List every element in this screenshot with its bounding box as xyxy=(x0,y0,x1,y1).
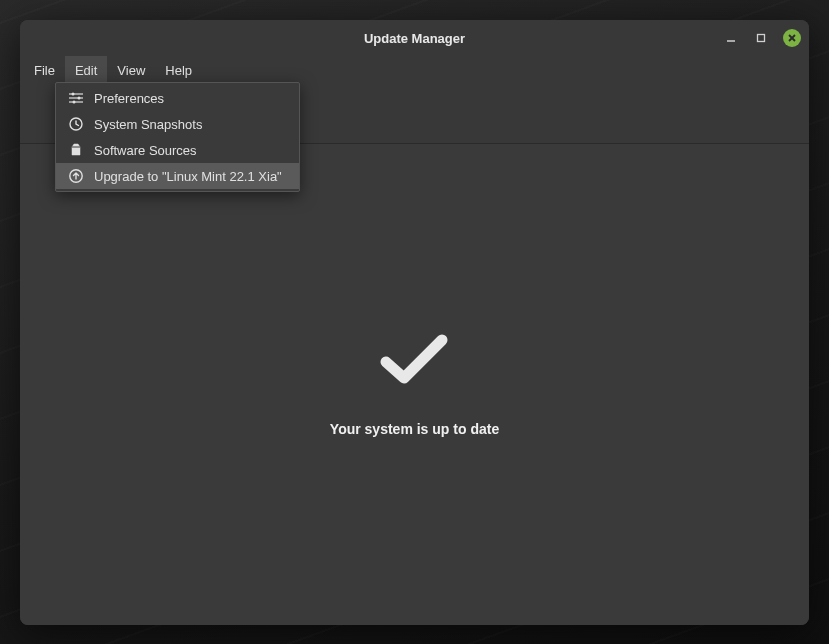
menu-view[interactable]: View xyxy=(107,56,155,84)
window-title: Update Manager xyxy=(364,31,465,46)
menu-item-snapshots[interactable]: System Snapshots xyxy=(56,111,299,137)
upgrade-icon xyxy=(68,168,84,184)
close-icon xyxy=(787,33,797,43)
content-area: Your system is up to date xyxy=(20,144,809,625)
menu-file[interactable]: File xyxy=(24,56,65,84)
minimize-button[interactable] xyxy=(723,30,739,46)
titlebar[interactable]: Update Manager xyxy=(20,20,809,56)
menu-edit[interactable]: Edit xyxy=(65,56,107,84)
menu-item-preferences[interactable]: Preferences xyxy=(56,85,299,111)
maximize-button[interactable] xyxy=(753,30,769,46)
menu-item-label: Preferences xyxy=(94,91,164,106)
menu-item-label: Upgrade to "Linux Mint 22.1 Xia" xyxy=(94,169,282,184)
svg-rect-1 xyxy=(758,35,765,42)
sliders-icon xyxy=(68,90,84,106)
edit-dropdown-menu: Preferences System Snapshots Software So… xyxy=(55,82,300,192)
minimize-icon xyxy=(726,33,736,43)
menu-item-upgrade[interactable]: Upgrade to "Linux Mint 22.1 Xia" xyxy=(56,163,299,189)
package-icon xyxy=(68,142,84,158)
menu-item-label: Software Sources xyxy=(94,143,197,158)
close-button[interactable] xyxy=(783,29,801,47)
menu-item-sources[interactable]: Software Sources xyxy=(56,137,299,163)
status-text: Your system is up to date xyxy=(330,421,499,437)
window-controls xyxy=(723,20,801,56)
menu-help[interactable]: Help xyxy=(155,56,202,84)
maximize-icon xyxy=(756,33,766,43)
menubar: File Edit View Help xyxy=(20,56,809,84)
checkmark-icon xyxy=(380,332,450,391)
clock-icon xyxy=(68,116,84,132)
menu-item-label: System Snapshots xyxy=(94,117,202,132)
